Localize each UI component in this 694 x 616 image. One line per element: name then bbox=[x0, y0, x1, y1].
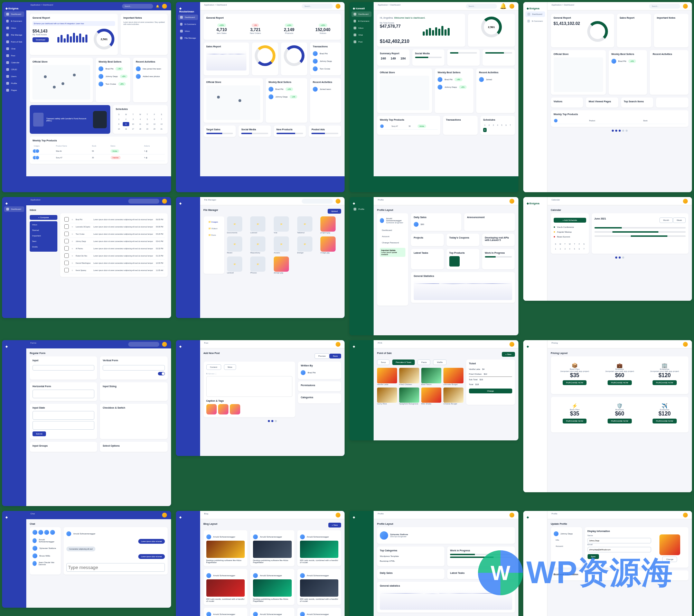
blog-blue: ◆ Blog Blog Layout+ New Arnold Schwarzen… bbox=[176, 511, 345, 616]
dashboard-green: ◆ Icewall Dashboard E-Commerce Inbox Cha… bbox=[349, 2, 518, 192]
pie-chart bbox=[255, 45, 275, 66]
sidebar-item-ecommerce[interactable]: E-Commerce bbox=[4, 18, 24, 24]
download-button[interactable]: Download bbox=[32, 37, 49, 42]
avatar[interactable] bbox=[162, 4, 167, 9]
card-icon bbox=[6, 40, 9, 43]
forms-blue: ◆ Forms Regular Form Input Vertical Form… bbox=[2, 340, 171, 506]
inbox-blue: ◆ Dashboard Application Inbox + Compose … bbox=[2, 197, 171, 318]
pricing-white: ◆ Pricing Pricing Layout 📦Basic PlanJump… bbox=[523, 340, 692, 492]
sidebar-item-files[interactable]: File Manager bbox=[4, 32, 24, 38]
user-icon bbox=[6, 82, 9, 85]
illustration bbox=[33, 113, 44, 127]
top-products: Weekly Top Products ImagesProduct NameSt… bbox=[30, 137, 168, 164]
logo: ◆ Enigma bbox=[4, 6, 24, 11]
chat-blue: ◆ Chat Chat Arnold Schwarzenegger Sylves… bbox=[2, 511, 171, 608]
profile-green: ◆ Profile Profile Profile Layout Arnold … bbox=[349, 197, 518, 335]
sidebar: ◆ Enigma Dashboard E-Commerce Inbox File… bbox=[2, 2, 26, 192]
sidebar: ◆ Enigma Dashboard E-Commerce bbox=[523, 2, 547, 192]
dashboard-white: ◆ Enigma Dashboard E-Commerce Applicatio… bbox=[523, 2, 692, 192]
edit-icon bbox=[6, 54, 9, 57]
calendar-icon bbox=[6, 61, 9, 64]
sidebar-item-pos[interactable]: Point of Sale bbox=[4, 39, 24, 45]
sidebar-item-dashboard[interactable]: Dashboard bbox=[4, 11, 24, 17]
calendar-grid: SMTWTFS 1234567 891011121314 15161718192… bbox=[116, 112, 165, 131]
calendar-white: ◆ Enigma Calendar Calendar + Add Schedul… bbox=[523, 197, 692, 301]
sidebar-item-inbox[interactable]: Inbox bbox=[4, 25, 24, 31]
general-report-card: General Report Enhance your dashboard wi… bbox=[30, 14, 118, 55]
cart-icon bbox=[6, 20, 9, 22]
search-input[interactable]: Search... bbox=[122, 4, 153, 9]
store-card: Official Store bbox=[30, 58, 93, 102]
dashboard-blue-1: ◆ Enigma Dashboard E-Commerce Inbox File… bbox=[2, 2, 171, 192]
important-notes: Important NotesLorem ipsum dolor sit ame… bbox=[121, 14, 168, 55]
sidebar-item-calendar[interactable]: Calendar bbox=[4, 60, 24, 65]
donut-chart bbox=[284, 45, 304, 66]
breadcrumb: Application > Dashboard bbox=[30, 4, 53, 6]
home-icon bbox=[6, 13, 9, 16]
promo-banner[interactable]: Transact safely with Lender's Fund Accou… bbox=[30, 105, 110, 134]
post-blue: ◆ Post Add New Post PreviewSave ContentM… bbox=[176, 340, 345, 456]
content: General Report Enhance your dashboard wi… bbox=[26, 10, 171, 176]
db-icon bbox=[6, 68, 9, 71]
header: Application > DashboardSearch... bbox=[200, 2, 345, 10]
compose-button[interactable]: + Compose bbox=[30, 215, 57, 220]
header: Application > Dashboard Search...🔔 bbox=[26, 2, 171, 10]
file-manager: ◆ File Manager File ManagerUpload 📁 Imag… bbox=[176, 197, 345, 318]
schedules: Schedules SMTWTFS 1234567 891011121314 1… bbox=[113, 105, 168, 134]
sidebar-item-users[interactable]: Users bbox=[4, 74, 24, 79]
mail-icon bbox=[6, 27, 9, 29]
chat-icon bbox=[6, 47, 9, 50]
bar-chart bbox=[57, 29, 91, 43]
editor[interactable] bbox=[206, 376, 293, 397]
sidebar-item-crud[interactable]: CRUD bbox=[4, 67, 24, 72]
phone-mockup bbox=[93, 111, 107, 128]
sidebar-item-post[interactable]: Post bbox=[4, 53, 24, 58]
sidebar-item-profile[interactable]: Profile bbox=[4, 81, 24, 86]
pos-green: ◆ POS Point of Sale+ New Soup Pancake & … bbox=[349, 340, 518, 440]
sellers-card: Weekly Best Sellers Brad Pitt+4% Johnny … bbox=[96, 58, 130, 102]
sidebar-item-chat[interactable]: Chat bbox=[4, 46, 24, 52]
layers-icon bbox=[6, 89, 9, 92]
upload-button[interactable]: Upload bbox=[328, 209, 341, 214]
map[interactable] bbox=[32, 65, 90, 100]
line-chart bbox=[206, 50, 247, 71]
recent-card: Recent Activities Has joined the team Ad… bbox=[133, 58, 168, 102]
dashboard-blue-2: ◆ Rocketman Dashboard E-Commerce Inbox F… bbox=[176, 2, 345, 192]
sidebar: ◆ Icewall Dashboard E-Commerce Inbox Cha… bbox=[349, 2, 374, 192]
email-list: ☆Brad PittLorem ipsum dolor sit amet con… bbox=[63, 216, 165, 274]
users-icon bbox=[6, 75, 9, 78]
bell-icon[interactable]: 🔔 bbox=[156, 5, 159, 8]
sidebar: ◆ Rocketman Dashboard E-Commerce Inbox F… bbox=[176, 2, 200, 192]
folder-icon bbox=[6, 34, 9, 36]
wp-logo-icon: W bbox=[478, 550, 523, 595]
donut: 2,501 bbox=[94, 29, 114, 49]
sidebar-item-pages[interactable]: Pages bbox=[4, 87, 24, 93]
watermark: W WP资源海 bbox=[478, 550, 673, 595]
